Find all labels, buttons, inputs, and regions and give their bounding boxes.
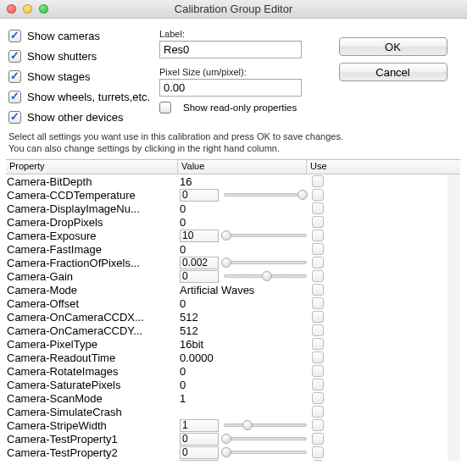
property-value-cell[interactable]: 0 [178, 296, 307, 310]
use-cell [307, 365, 460, 377]
property-value-cell[interactable]: 0 [178, 378, 307, 391]
slider-thumb-icon[interactable] [242, 420, 253, 430]
label-input[interactable] [159, 41, 302, 58]
value-slider[interactable] [224, 437, 307, 440]
value-slider[interactable] [224, 423, 307, 427]
use-checkbox[interactable] [312, 270, 324, 282]
property-name: Camera-DisplayImageNu... [6, 202, 178, 215]
use-checkbox[interactable] [312, 297, 324, 309]
value-spinner[interactable] [180, 270, 219, 283]
header-use[interactable]: Use [307, 160, 460, 174]
property-value-cell[interactable] [178, 459, 307, 461]
use-checkbox[interactable] [312, 257, 324, 268]
value-spinner[interactable] [180, 446, 219, 459]
property-value-cell[interactable] [178, 229, 307, 242]
value-spinner[interactable] [180, 460, 219, 462]
show-readonly-checkbox[interactable] [159, 102, 171, 113]
table-row: Camera-ReadoutTime0.0000 [6, 351, 460, 364]
use-checkbox[interactable] [312, 351, 324, 363]
property-name: Camera-ReadoutTime [6, 351, 178, 364]
use-cell [307, 338, 460, 350]
slider-thumb-icon[interactable] [221, 257, 231, 268]
value-slider[interactable] [224, 274, 307, 278]
property-value-cell[interactable] [178, 446, 307, 459]
property-value-cell[interactable]: 512 [178, 310, 307, 324]
property-value-cell[interactable]: 0 [178, 215, 307, 229]
pixelsize-input[interactable] [159, 79, 302, 97]
property-value-cell[interactable]: 16bit [178, 337, 307, 351]
table-row: Camera-OnCameraCCDX...512 [6, 310, 460, 324]
header-value[interactable]: Value [178, 160, 307, 174]
cancel-button[interactable]: Cancel [339, 63, 448, 81]
property-value-cell[interactable]: 1 [178, 391, 307, 405]
slider-thumb-icon[interactable] [221, 434, 231, 444]
value-spinner[interactable] [180, 419, 219, 432]
use-cell [307, 446, 460, 458]
value-spinner[interactable] [180, 189, 219, 202]
property-name: Camera-OnCameraCCDX... [6, 311, 178, 324]
use-cell [307, 270, 460, 282]
show-wheels-checkbox[interactable] [8, 91, 21, 103]
use-checkbox[interactable] [312, 230, 324, 241]
use-cell [307, 460, 460, 461]
value-slider[interactable] [224, 234, 307, 237]
use-checkbox[interactable] [312, 311, 324, 323]
show-cameras-checkbox[interactable] [8, 30, 21, 42]
property-value-cell[interactable] [178, 269, 307, 283]
use-checkbox[interactable] [312, 392, 324, 404]
show-stages-checkbox[interactable] [8, 70, 21, 83]
property-value-cell[interactable]: 0.0000 [178, 351, 307, 364]
use-checkbox[interactable] [312, 365, 324, 377]
use-checkbox[interactable] [312, 379, 324, 390]
use-checkbox[interactable] [312, 175, 324, 187]
value-spinner[interactable] [180, 230, 219, 242]
use-checkbox[interactable] [312, 243, 324, 255]
use-checkbox[interactable] [312, 284, 324, 296]
property-value-cell[interactable] [178, 432, 307, 446]
slider-thumb-icon[interactable] [221, 447, 231, 457]
use-cell [307, 297, 460, 309]
property-value-cell[interactable]: 0 [178, 242, 307, 256]
value-text: 512 [180, 311, 198, 324]
use-checkbox[interactable] [312, 433, 324, 445]
value-slider[interactable] [224, 193, 307, 196]
table-row: Camera-Offset0 [6, 296, 460, 310]
use-checkbox[interactable] [312, 202, 324, 214]
use-checkbox[interactable] [312, 189, 324, 201]
property-value-cell[interactable] [178, 405, 307, 418]
property-name: Camera-DropPixels [6, 216, 178, 229]
property-value-cell[interactable] [178, 256, 307, 269]
table-row: Camera-FastImage0 [6, 242, 460, 256]
use-checkbox[interactable] [312, 419, 324, 431]
slider-thumb-icon[interactable] [297, 190, 308, 200]
show-shutters-checkbox[interactable] [8, 50, 21, 63]
value-spinner[interactable] [180, 433, 219, 446]
property-name: Camera-OnCameraCCDY... [6, 324, 178, 337]
value-spinner[interactable] [180, 257, 219, 269]
property-value-cell[interactable] [178, 418, 307, 432]
value-slider[interactable] [224, 451, 307, 454]
table-row: Camera-ScanMode1 [6, 391, 460, 405]
use-checkbox[interactable] [312, 446, 324, 458]
properties-table: Property Value Use Camera-BitDepth16Came… [6, 159, 460, 461]
window-title: Calibration Group Editor [0, 3, 467, 15]
use-checkbox[interactable] [312, 338, 324, 350]
vertical-scrollbar[interactable] [448, 174, 460, 461]
ok-button[interactable]: OK [339, 37, 448, 56]
property-value-cell[interactable]: 512 [178, 324, 307, 337]
use-checkbox[interactable] [312, 460, 324, 461]
property-value-cell[interactable]: 0 [178, 202, 307, 215]
use-checkbox[interactable] [312, 406, 324, 418]
property-value-cell[interactable]: 0 [178, 364, 307, 378]
property-value-cell[interactable]: 16 [178, 174, 307, 188]
use-checkbox[interactable] [312, 216, 324, 228]
slider-thumb-icon[interactable] [221, 230, 231, 241]
show-other-checkbox[interactable] [8, 111, 21, 124]
use-checkbox[interactable] [312, 324, 324, 336]
property-name: Camera-Mode [6, 284, 178, 296]
header-property[interactable]: Property [6, 160, 178, 174]
property-value-cell[interactable]: Artificial Waves [178, 283, 307, 296]
value-slider[interactable] [224, 261, 307, 264]
slider-thumb-icon[interactable] [262, 271, 272, 281]
property-value-cell[interactable] [178, 188, 307, 202]
